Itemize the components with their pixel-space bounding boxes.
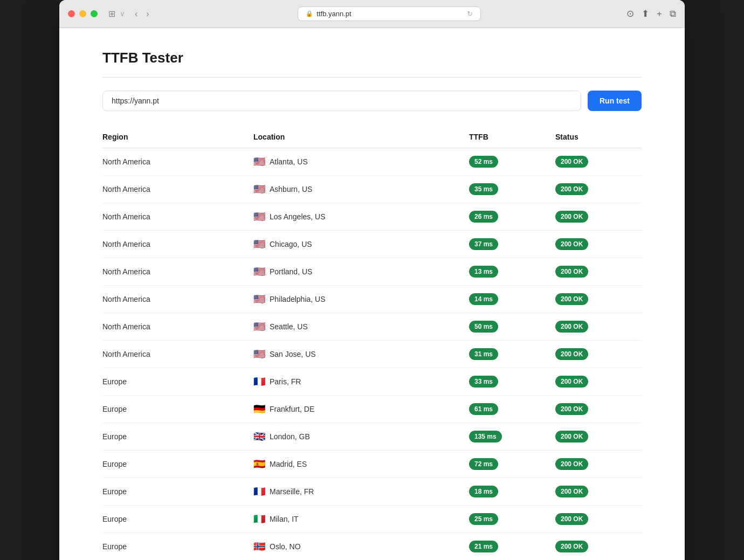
location-text: Oslo, NO — [270, 542, 301, 551]
titlebar-left: ⊞ ∨ ‹ › — [68, 8, 153, 20]
cell-ttfb: 25 ms — [469, 513, 555, 525]
cell-region: Europe — [102, 487, 253, 496]
location-text: Chicago, US — [270, 240, 312, 248]
forward-arrow-icon[interactable]: › — [143, 8, 152, 20]
cell-status: 200 OK — [555, 486, 642, 497]
cell-location: 🇺🇸 Los Angeles, US — [253, 211, 469, 223]
flag-icon: 🇫🇷 — [253, 376, 265, 388]
cell-region: North America — [102, 267, 253, 276]
cell-status: 200 OK — [555, 183, 642, 195]
cell-ttfb: 50 ms — [469, 321, 555, 333]
cell-region: North America — [102, 185, 253, 193]
header-ttfb: TTFB — [469, 133, 555, 141]
table-row: North America 🇺🇸 Chicago, US 37 ms 200 O… — [102, 231, 642, 258]
location-text: Frankfurt, DE — [270, 405, 314, 413]
cell-status: 200 OK — [555, 211, 642, 223]
tabs-icon[interactable]: ⧉ — [670, 9, 676, 19]
traffic-lights — [68, 10, 98, 17]
reload-icon[interactable]: ↻ — [467, 10, 473, 18]
share-icon[interactable]: ⬆ — [642, 8, 649, 19]
flag-icon: 🇺🇸 — [253, 183, 265, 195]
ttfb-badge: 26 ms — [469, 211, 498, 223]
cell-location: 🇺🇸 Atlanta, US — [253, 156, 469, 168]
cell-region: Europe — [102, 432, 253, 441]
status-badge: 200 OK — [555, 211, 588, 223]
cell-ttfb: 61 ms — [469, 403, 555, 415]
download-icon[interactable]: ⊙ — [626, 8, 634, 19]
page-content: TTFB Tester Run test Region Location TTF… — [59, 28, 685, 560]
cell-status: 200 OK — [555, 541, 642, 552]
cell-ttfb: 26 ms — [469, 211, 555, 223]
cell-status: 200 OK — [555, 431, 642, 443]
location-text: San Jose, US — [270, 350, 316, 358]
chevron-down-icon[interactable]: ∨ — [120, 10, 125, 18]
back-arrow-icon[interactable]: ‹ — [132, 8, 141, 20]
table-row: North America 🇺🇸 San Jose, US 31 ms 200 … — [102, 341, 642, 368]
ttfb-badge: 37 ms — [469, 238, 498, 250]
cell-status: 200 OK — [555, 266, 642, 278]
table-row: Europe 🇫🇷 Marseille, FR 18 ms 200 OK — [102, 478, 642, 506]
cell-status: 200 OK — [555, 513, 642, 525]
table-row: North America 🇺🇸 Portland, US 13 ms 200 … — [102, 258, 642, 286]
location-text: Milan, IT — [270, 515, 299, 523]
cell-region: North America — [102, 295, 253, 303]
table-row: Europe 🇫🇷 Paris, FR 33 ms 200 OK — [102, 368, 642, 396]
new-tab-icon[interactable]: + — [657, 9, 662, 19]
cell-status: 200 OK — [555, 403, 642, 415]
cell-status: 200 OK — [555, 293, 642, 305]
status-badge: 200 OK — [555, 156, 588, 168]
cell-location: 🇺🇸 Philadelphia, US — [253, 293, 469, 305]
table-row: North America 🇺🇸 Los Angeles, US 26 ms 2… — [102, 203, 642, 231]
address-bar: 🔒 ttfb.yann.pt ↻ — [159, 6, 620, 21]
cell-ttfb: 52 ms — [469, 156, 555, 168]
titlebar-right: ⊙ ⬆ + ⧉ — [626, 8, 676, 19]
cell-location: 🇫🇷 Paris, FR — [253, 376, 469, 388]
cell-ttfb: 18 ms — [469, 486, 555, 497]
location-text: Marseille, FR — [270, 487, 314, 496]
status-badge: 200 OK — [555, 486, 588, 497]
results-table: Region Location TTFB Status North Americ… — [102, 128, 642, 560]
ttfb-badge: 25 ms — [469, 513, 498, 525]
status-badge: 200 OK — [555, 431, 588, 443]
table-row: North America 🇺🇸 Atlanta, US 52 ms 200 O… — [102, 148, 642, 176]
cell-region: North America — [102, 322, 253, 331]
status-badge: 200 OK — [555, 348, 588, 360]
cell-location: 🇺🇸 San Jose, US — [253, 348, 469, 360]
flag-icon: 🇬🇧 — [253, 431, 265, 443]
sidebar-toggle-icon[interactable]: ⊞ — [108, 9, 115, 19]
location-text: Ashburn, US — [270, 185, 312, 193]
cell-region: Europe — [102, 377, 253, 386]
status-badge: 200 OK — [555, 403, 588, 415]
minimize-button[interactable] — [79, 10, 86, 17]
cell-ttfb: 35 ms — [469, 183, 555, 195]
ttfb-badge: 21 ms — [469, 541, 498, 552]
ttfb-badge: 18 ms — [469, 486, 498, 497]
run-test-button[interactable]: Run test — [588, 91, 642, 111]
address-bar-inner[interactable]: 🔒 ttfb.yann.pt ↻ — [298, 6, 481, 21]
flag-icon: 🇮🇹 — [253, 513, 265, 525]
ttfb-badge: 35 ms — [469, 183, 498, 195]
cell-ttfb: 14 ms — [469, 293, 555, 305]
cell-ttfb: 37 ms — [469, 238, 555, 250]
flag-icon: 🇺🇸 — [253, 211, 265, 223]
url-input[interactable] — [102, 91, 581, 111]
header-location: Location — [253, 133, 469, 141]
table-row: North America 🇺🇸 Seattle, US 50 ms 200 O… — [102, 313, 642, 341]
cell-region: Europe — [102, 515, 253, 523]
status-badge: 200 OK — [555, 238, 588, 250]
nav-arrows: ‹ › — [132, 8, 153, 20]
cell-location: 🇺🇸 Seattle, US — [253, 321, 469, 333]
ttfb-badge: 14 ms — [469, 293, 498, 305]
close-button[interactable] — [68, 10, 75, 17]
ttfb-badge: 61 ms — [469, 403, 498, 415]
cell-location: 🇫🇷 Marseille, FR — [253, 486, 469, 497]
divider — [102, 77, 642, 78]
flag-icon: 🇺🇸 — [253, 348, 265, 360]
maximize-button[interactable] — [91, 10, 98, 17]
flag-icon: 🇺🇸 — [253, 238, 265, 250]
location-text: Philadelphia, US — [270, 295, 326, 303]
cell-region: Europe — [102, 405, 253, 413]
page-title: TTFB Tester — [102, 50, 642, 66]
table-row: Europe 🇮🇹 Milan, IT 25 ms 200 OK — [102, 506, 642, 533]
cell-location: 🇳🇴 Oslo, NO — [253, 541, 469, 552]
